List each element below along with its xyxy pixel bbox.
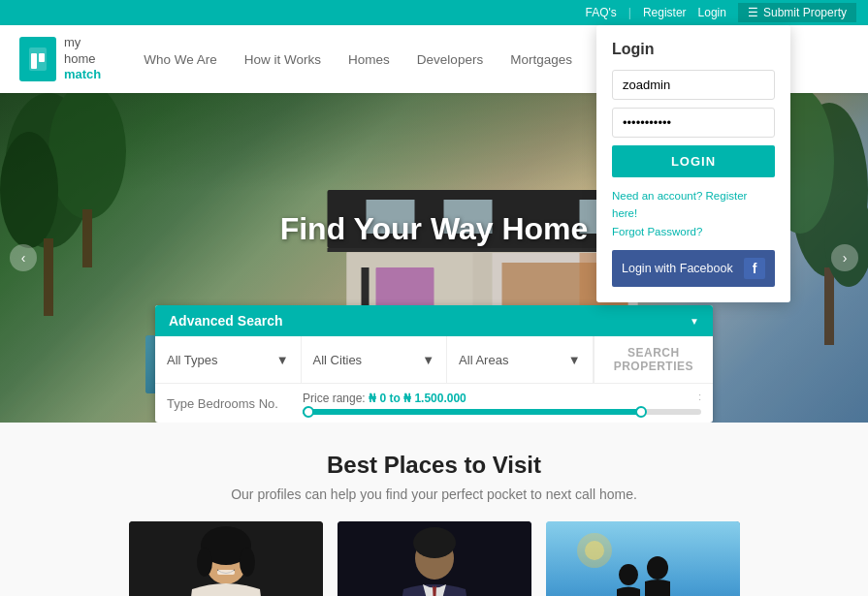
svg-point-40	[413, 527, 456, 558]
submit-property-button[interactable]: ☰ Submit Property	[738, 3, 856, 22]
place-card-2[interactable]	[338, 521, 531, 596]
logo-icon	[19, 37, 56, 81]
search-button-container: SEARCHPROPERTIES	[594, 336, 713, 383]
svg-point-36	[240, 548, 255, 577]
search-row-2: Price range: ₦ 0 to ₦ 1.500.000 :	[155, 384, 713, 423]
login-button[interactable]: LOGIN	[612, 145, 775, 177]
svg-point-46	[585, 541, 604, 560]
place-card-1[interactable]: AI Cities	[129, 521, 323, 596]
submit-property-label: Submit Property	[763, 6, 847, 19]
svg-point-43	[619, 564, 638, 585]
hero-next-button[interactable]: ›	[831, 244, 858, 271]
logo-text: my home match	[64, 35, 101, 84]
svg-point-35	[197, 548, 212, 577]
chevron-down-icon: ▼	[690, 316, 699, 327]
nav-developers[interactable]: Developers	[403, 25, 497, 93]
best-places-title: Best Places to Visit	[19, 452, 849, 479]
facebook-login-label: Login with Facebook	[622, 262, 733, 275]
price-range: Price range: ₦ 0 to ₦ 1.500.000 :	[303, 392, 701, 415]
chevron-down-icon: ▼	[568, 353, 581, 367]
svg-rect-1	[31, 53, 37, 69]
range-thumb-right[interactable]	[635, 406, 647, 418]
login-link[interactable]: Login	[698, 6, 726, 19]
hero-prev-button[interactable]: ‹	[10, 244, 37, 271]
register-link[interactable]: Register	[643, 6, 687, 19]
advanced-search-label: Advanced Search	[169, 313, 283, 329]
search-bar: Advanced Search ▼ All Types ▼ All Cities…	[155, 305, 713, 423]
cities-select[interactable]: All Cities ▼	[302, 336, 448, 383]
login-dropdown: Login LOGIN Need an account? Register he…	[596, 25, 790, 302]
login-title: Login	[612, 41, 775, 58]
username-input[interactable]	[612, 70, 775, 100]
svg-point-44	[647, 556, 668, 580]
card-1-image	[129, 521, 323, 596]
svg-rect-2	[39, 53, 45, 62]
menu-icon: ☰	[748, 6, 758, 19]
nav-who-we-are[interactable]: Who We Are	[130, 25, 231, 93]
forgot-password-link[interactable]: Forgot Password?	[612, 226, 702, 237]
search-row-1: All Types ▼ All Cities ▼ All Areas ▼ SEA…	[155, 336, 713, 384]
top-bar: FAQ's | Register Login ☰ Submit Property	[0, 0, 868, 25]
areas-select[interactable]: All Areas ▼	[447, 336, 594, 383]
best-places-subtitle: Our profiles can help you find your perf…	[19, 486, 849, 502]
faq-link[interactable]: FAQ's	[585, 6, 616, 19]
place-card-3[interactable]	[546, 521, 740, 596]
price-range-slider[interactable]	[303, 409, 701, 415]
nav-how-it-works[interactable]: How it Works	[231, 25, 335, 93]
chevron-down-icon: ▼	[422, 353, 434, 367]
search-properties-button[interactable]: SEARCHPROPERTIES	[614, 346, 693, 373]
register-here-link[interactable]: Need an account? Register here!	[612, 190, 747, 219]
nav-mortgages[interactable]: Mortgages	[497, 25, 586, 93]
cards-row: AI Cities	[19, 521, 849, 596]
password-input[interactable]	[612, 108, 775, 138]
facebook-login-button[interactable]: Login with Facebook f	[612, 250, 775, 287]
login-links: Need an account? Register here! Forgot P…	[612, 187, 775, 240]
chevron-down-icon: ▼	[276, 353, 289, 367]
hero-title: Find Your Way Home	[280, 211, 589, 247]
search-header: Advanced Search ▼	[155, 305, 713, 336]
range-fill	[303, 409, 641, 415]
facebook-icon: f	[744, 258, 765, 279]
svg-rect-37	[217, 570, 235, 575]
card-2-image	[338, 521, 531, 596]
bedrooms-input[interactable]	[167, 396, 293, 411]
type-select[interactable]: All Types ▼	[155, 336, 302, 383]
logo[interactable]: my home match	[19, 35, 101, 84]
card-3-image	[546, 521, 740, 596]
range-thumb-left[interactable]	[303, 406, 314, 418]
svg-rect-41	[546, 521, 740, 596]
best-places-section: Best Places to Visit Our profiles can he…	[0, 423, 868, 596]
nav-homes[interactable]: Homes	[335, 25, 403, 93]
